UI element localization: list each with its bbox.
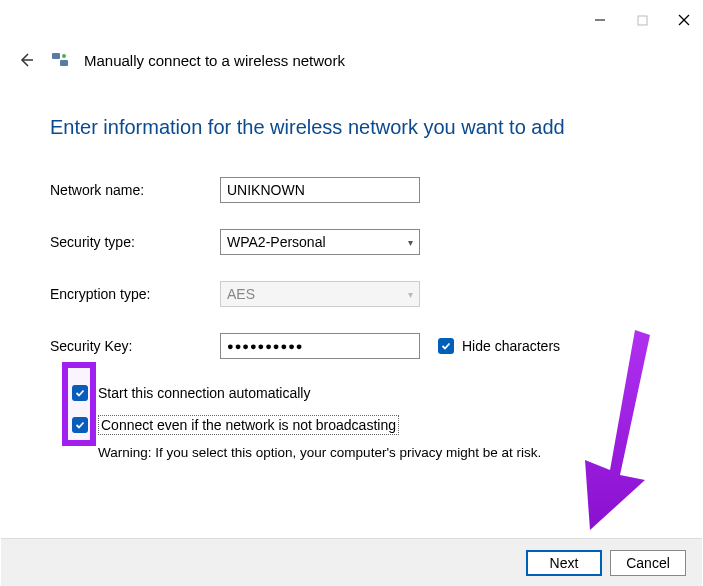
page-heading: Enter information for the wireless netwo…	[50, 116, 653, 139]
header: Manually connect to a wireless network	[0, 40, 703, 80]
start-auto-label: Start this connection automatically	[98, 385, 310, 401]
security-key-input[interactable]: ●●●●●●●●●●	[220, 333, 420, 359]
svg-rect-1	[638, 16, 647, 25]
hide-characters-checkbox-wrap[interactable]: Hide characters	[438, 338, 560, 354]
hide-characters-checkbox[interactable]	[438, 338, 454, 354]
window-title: Manually connect to a wireless network	[84, 52, 345, 69]
chevron-down-icon: ▾	[408, 237, 413, 248]
row-network-name: Network name:	[50, 177, 653, 203]
network-name-input[interactable]	[220, 177, 420, 203]
back-arrow-icon[interactable]	[16, 50, 36, 70]
warning-text: Warning: If you select this option, your…	[98, 445, 653, 460]
cancel-button[interactable]: Cancel	[610, 550, 686, 576]
connect-hidden-label: Connect even if the network is not broad…	[98, 415, 399, 435]
checkbox-block: Start this connection automatically Conn…	[50, 385, 653, 460]
content: Enter information for the wireless netwo…	[0, 80, 703, 460]
start-auto-checkbox[interactable]	[72, 385, 88, 401]
network-name-label: Network name:	[50, 182, 220, 198]
maximize-button[interactable]	[635, 13, 649, 27]
svg-rect-6	[60, 60, 68, 66]
row-security-type: Security type: WPA2-Personal ▾	[50, 229, 653, 255]
encryption-type-label: Encryption type:	[50, 286, 220, 302]
connect-hidden-checkbox-wrap[interactable]: Connect even if the network is not broad…	[72, 415, 653, 435]
row-encryption-type: Encryption type: AES ▾	[50, 281, 653, 307]
encryption-type-value: AES	[227, 286, 255, 302]
minimize-button[interactable]	[593, 13, 607, 27]
titlebar	[0, 0, 703, 40]
encryption-type-select: AES ▾	[220, 281, 420, 307]
connect-hidden-checkbox[interactable]	[72, 417, 88, 433]
security-type-value: WPA2-Personal	[227, 234, 326, 250]
next-button[interactable]: Next	[526, 550, 602, 576]
close-button[interactable]	[677, 13, 691, 27]
security-type-label: Security type:	[50, 234, 220, 250]
start-auto-checkbox-wrap[interactable]: Start this connection automatically	[72, 385, 653, 401]
svg-point-7	[62, 54, 66, 58]
hide-characters-label: Hide characters	[462, 338, 560, 354]
footer: Next Cancel	[1, 538, 702, 586]
row-security-key: Security Key: ●●●●●●●●●● Hide characters	[50, 333, 653, 359]
svg-rect-5	[52, 53, 60, 59]
security-type-select[interactable]: WPA2-Personal ▾	[220, 229, 420, 255]
network-icon	[50, 50, 70, 70]
security-key-label: Security Key:	[50, 338, 220, 354]
chevron-down-icon: ▾	[408, 289, 413, 300]
